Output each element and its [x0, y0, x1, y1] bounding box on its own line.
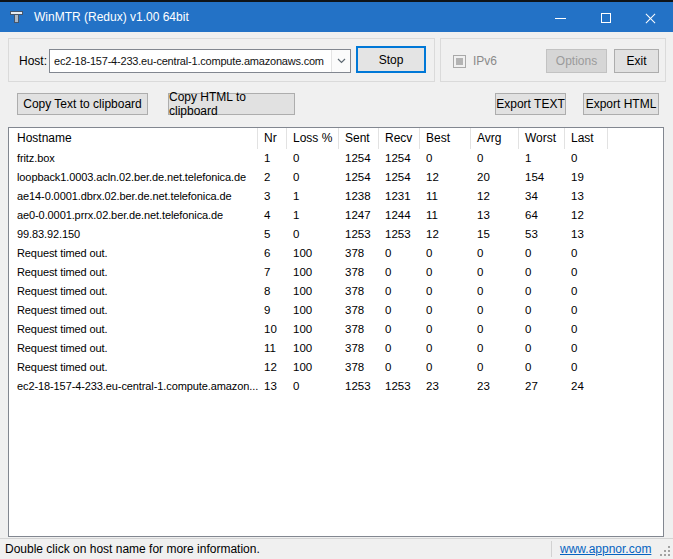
column-header-avrg[interactable]: Avrg: [471, 128, 519, 149]
cell-hostname: Request timed out.: [9, 339, 258, 358]
table-row[interactable]: Request timed out.1010037800000: [9, 320, 663, 339]
ipv6-checkbox[interactable]: [453, 55, 466, 68]
table-row[interactable]: Request timed out.810037800000: [9, 282, 663, 301]
table-row[interactable]: 99.83.92.150501253125312155313: [9, 225, 663, 244]
export-text-button[interactable]: Export TEXT: [495, 93, 566, 115]
cell-hostname: loopback1.0003.acln.02.ber.de.net.telefo…: [9, 168, 258, 187]
cell-best: 11: [420, 206, 471, 225]
statusbar: Double click on host name for more infor…: [0, 538, 673, 559]
cell-worst: 1: [519, 149, 565, 168]
options-button[interactable]: Options: [546, 49, 607, 73]
cell-nr: 8: [258, 282, 287, 301]
window-controls: [538, 2, 673, 34]
cell-last: 0: [565, 263, 608, 282]
table-row[interactable]: ae14-0.0001.dbrx.02.ber.de.net.telefonic…: [9, 187, 663, 206]
minimize-icon: [555, 18, 566, 19]
cell-nr: 12: [258, 358, 287, 377]
cell-avrg: 15: [471, 225, 519, 244]
cell-nr: 13: [258, 377, 287, 396]
maximize-button[interactable]: [583, 2, 628, 34]
column-header-filler: [608, 128, 663, 149]
cell-avrg: 12: [471, 187, 519, 206]
cell-worst: 64: [519, 206, 565, 225]
column-header-last[interactable]: Last: [565, 128, 608, 149]
column-header-sent[interactable]: Sent: [339, 128, 379, 149]
cell-best: 0: [420, 339, 471, 358]
table-row[interactable]: ae0-0.0001.prrx.02.ber.de.net.telefonica…: [9, 206, 663, 225]
table-row[interactable]: Request timed out.710037800000: [9, 263, 663, 282]
copy-text-button[interactable]: Copy Text to clipboard: [17, 93, 148, 115]
cell-hostname: Request timed out.: [9, 263, 258, 282]
table-row[interactable]: Request timed out.1210037800000: [9, 358, 663, 377]
cell-hostname: Request timed out.: [9, 244, 258, 263]
cell-worst: 0: [519, 282, 565, 301]
stop-button[interactable]: Stop: [356, 46, 426, 73]
table-row[interactable]: ec2-18-157-4-233.eu-central-1.compute.am…: [9, 377, 663, 396]
cell-avrg: 0: [471, 263, 519, 282]
table-row[interactable]: Request timed out.910037800000: [9, 301, 663, 320]
cell-recv: 1254: [379, 168, 420, 187]
cell-avrg: 20: [471, 168, 519, 187]
winmtr-window: WinMTR (Redux) v1.00 64bit Host: Stop IP…: [0, 0, 673, 559]
cell-hostname: Request timed out.: [9, 320, 258, 339]
column-header-nr[interactable]: Nr: [258, 128, 287, 149]
cell-loss: 0: [287, 225, 339, 244]
cell-sent: 1253: [339, 377, 379, 396]
cell-nr: 4: [258, 206, 287, 225]
minimize-button[interactable]: [538, 2, 583, 34]
cell-recv: 1244: [379, 206, 420, 225]
host-combobox-input[interactable]: [50, 51, 328, 71]
column-header-worst[interactable]: Worst: [519, 128, 565, 149]
close-icon: [644, 12, 657, 25]
cell-hostname: ae0-0.0001.prrx.02.ber.de.net.telefonica…: [9, 206, 258, 225]
column-header-recv[interactable]: Recv: [379, 128, 420, 149]
cell-best: 0: [420, 282, 471, 301]
host-combobox-dropdown-button[interactable]: [331, 50, 350, 72]
cell-nr: 1: [258, 149, 287, 168]
cell-recv: 0: [379, 339, 420, 358]
cell-sent: 1247: [339, 206, 379, 225]
cell-worst: 0: [519, 244, 565, 263]
export-html-button[interactable]: Export HTML: [583, 93, 659, 115]
cell-loss: 1: [287, 187, 339, 206]
cell-best: 11: [420, 187, 471, 206]
cell-recv: 0: [379, 358, 420, 377]
column-header-loss[interactable]: Loss %: [287, 128, 339, 149]
cell-recv: 1231: [379, 187, 420, 206]
cell-sent: 1253: [339, 225, 379, 244]
exit-button[interactable]: Exit: [614, 49, 659, 73]
cell-worst: 53: [519, 225, 565, 244]
app-icon: [9, 9, 25, 25]
column-header-hostname[interactable]: Hostname: [9, 128, 258, 149]
cell-hostname: Request timed out.: [9, 282, 258, 301]
resize-grip-icon[interactable]: [659, 545, 671, 557]
options-group: IPv6 Options Exit: [440, 38, 666, 82]
cell-loss: 100: [287, 339, 339, 358]
status-message: Double click on host name for more infor…: [5, 539, 260, 559]
copy-html-button[interactable]: Copy HTML to clipboard: [168, 93, 295, 115]
cell-last: 0: [565, 358, 608, 377]
results-table: HostnameNrLoss %SentRecvBestAvrgWorstLas…: [8, 127, 664, 537]
column-header-best[interactable]: Best: [420, 128, 471, 149]
close-button[interactable]: [628, 2, 673, 34]
cell-best: 0: [420, 301, 471, 320]
cell-best: 0: [420, 149, 471, 168]
table-row[interactable]: Request timed out.610037800000: [9, 244, 663, 263]
table-row[interactable]: Request timed out.1110037800000: [9, 339, 663, 358]
host-label: Host:: [19, 39, 47, 83]
appnor-link[interactable]: www.appnor.com: [560, 539, 651, 559]
table-row[interactable]: loopback1.0003.acln.02.ber.de.net.telefo…: [9, 168, 663, 187]
cell-recv: 0: [379, 263, 420, 282]
table-row[interactable]: fritz.box10125412540010: [9, 149, 663, 168]
ipv6-label: IPv6: [473, 39, 497, 83]
cell-loss: 100: [287, 263, 339, 282]
cell-worst: 34: [519, 187, 565, 206]
cell-sent: 378: [339, 301, 379, 320]
cell-nr: 11: [258, 339, 287, 358]
cell-nr: 7: [258, 263, 287, 282]
cell-last: 0: [565, 339, 608, 358]
cell-avrg: 13: [471, 206, 519, 225]
cell-loss: 0: [287, 377, 339, 396]
cell-worst: 154: [519, 168, 565, 187]
host-combobox[interactable]: [49, 49, 351, 73]
